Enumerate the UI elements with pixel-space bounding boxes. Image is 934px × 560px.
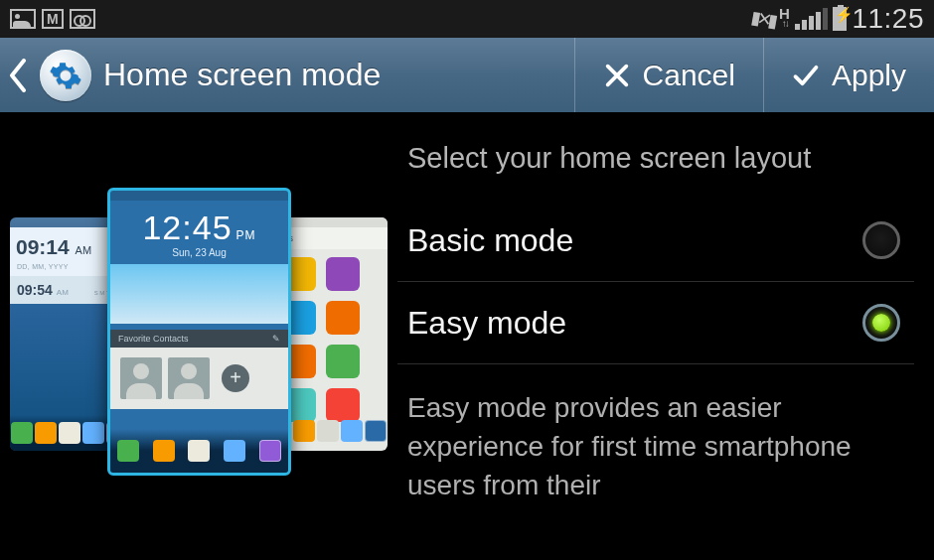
options-pane: Select your home screen layout Basic mod… xyxy=(397,112,934,560)
option-basic-mode[interactable]: Basic mode xyxy=(397,200,914,282)
apply-button[interactable]: Apply xyxy=(763,38,934,112)
data-h-icon: H↑↓ xyxy=(779,9,790,29)
gmail-icon: M xyxy=(42,9,64,29)
page-title: Home screen mode xyxy=(103,57,381,93)
apply-label: Apply xyxy=(832,59,906,92)
back-button[interactable] xyxy=(8,59,28,92)
status-clock: 11:25 xyxy=(852,3,924,35)
image-icon xyxy=(10,9,36,29)
check-icon xyxy=(792,62,820,89)
settings-icon xyxy=(40,50,91,101)
section-heading: Select your home screen layout xyxy=(397,112,914,200)
mode-description: Easy mode provides an easier experience … xyxy=(397,364,914,505)
content: 09:14 AM DD, MM, YYYY 09:54AMS M T W T t… xyxy=(0,112,934,560)
layout-preview: 09:14 AM DD, MM, YYYY 09:54AMS M T W T t… xyxy=(0,112,397,560)
x-icon xyxy=(603,62,631,89)
cancel-button[interactable]: Cancel xyxy=(574,38,763,112)
option-label: Basic mode xyxy=(407,222,573,259)
preview-screen-center: 12:45PM Sun, 23 Aug Favorite Contacts✎ + xyxy=(107,188,291,476)
option-easy-mode[interactable]: Easy mode xyxy=(397,282,914,364)
signal-icon xyxy=(795,8,828,30)
status-system: ▮✕▮ H↑↓ 11:25 xyxy=(751,3,924,35)
voicemail-icon xyxy=(70,9,95,29)
radio-easy[interactable] xyxy=(862,304,900,342)
radio-basic[interactable] xyxy=(862,221,900,259)
cancel-label: Cancel xyxy=(643,59,735,92)
action-bar: Home screen mode Cancel Apply xyxy=(0,38,934,112)
status-notifications: M xyxy=(10,9,95,29)
status-bar: M ▮✕▮ H↑↓ 11:25 xyxy=(0,0,934,38)
vibrate-icon: ▮✕▮ xyxy=(749,6,775,32)
battery-charging-icon xyxy=(833,7,847,31)
option-label: Easy mode xyxy=(407,305,566,342)
